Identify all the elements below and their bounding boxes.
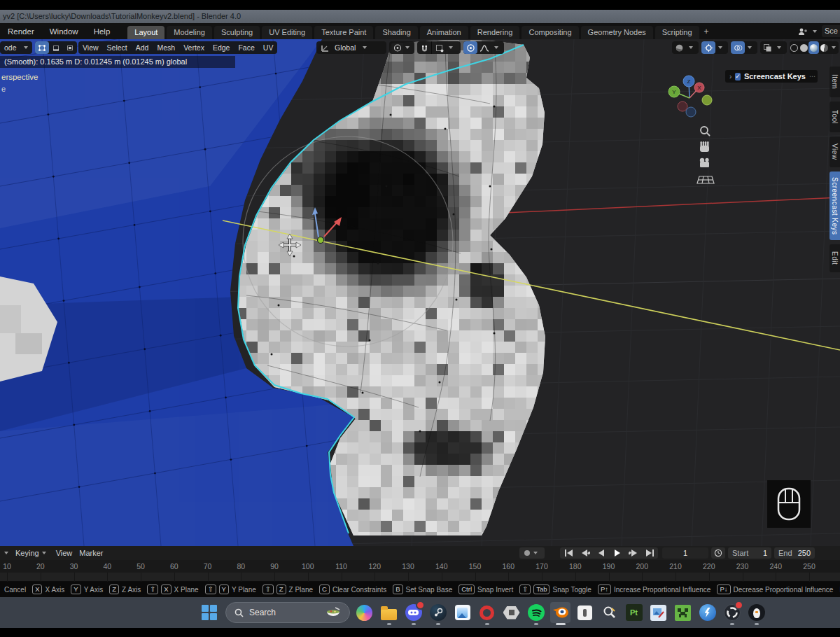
menu-render[interactable]: Render bbox=[0, 27, 42, 36]
workspace-tab[interactable]: Rendering bbox=[470, 26, 520, 39]
taskbar-icon-spotify[interactable] bbox=[526, 602, 546, 623]
current-frame-value: 1 bbox=[683, 549, 687, 557]
keymap-hint: ⇧YY Plane bbox=[205, 584, 256, 594]
viewport-menu-item[interactable]: View bbox=[78, 41, 103, 54]
chevron-down-icon[interactable] bbox=[494, 46, 498, 49]
timeline-menu-marker[interactable]: Marker bbox=[79, 549, 103, 557]
screencast-mouse-indicator bbox=[767, 480, 811, 528]
shading-rendered-button[interactable] bbox=[819, 41, 829, 54]
viewport-menu-item[interactable]: Select bbox=[103, 41, 132, 54]
gizmos-dropdown[interactable] bbox=[701, 41, 728, 54]
frame-start-field[interactable]: Start 1 bbox=[728, 547, 771, 559]
viewport-menu-item[interactable]: Edge bbox=[209, 41, 234, 54]
play-button[interactable] bbox=[609, 547, 625, 559]
taskbar-icon-white-app[interactable] bbox=[575, 602, 595, 623]
xray-dropdown[interactable] bbox=[760, 41, 787, 54]
edge-select-mode-button[interactable] bbox=[49, 41, 63, 54]
menu-window[interactable]: Window bbox=[42, 27, 86, 36]
workspace-tab[interactable]: Sculpting bbox=[214, 26, 260, 39]
workspace-tab[interactable]: Texture Paint bbox=[314, 26, 373, 39]
keymap-hint: XX Axis bbox=[32, 584, 64, 594]
chevron-down-icon bbox=[363, 46, 367, 49]
shading-wireframe-button[interactable] bbox=[790, 41, 799, 54]
pivot-dropdown[interactable] bbox=[389, 41, 414, 54]
workspace-tab[interactable]: UV Editing bbox=[262, 26, 312, 39]
workspace-tab[interactable]: Shading bbox=[375, 26, 417, 39]
viewport-menu-item[interactable]: Vertex bbox=[179, 41, 209, 54]
auto-keying-button[interactable] bbox=[519, 547, 545, 559]
scene-selector[interactable]: Sce bbox=[798, 25, 840, 37]
workspace-tab[interactable]: Scripting bbox=[655, 26, 699, 39]
workspace-tab[interactable]: Layout bbox=[127, 26, 164, 39]
keycap: X bbox=[161, 584, 171, 594]
taskbar-icon-copilot[interactable] bbox=[354, 602, 374, 623]
prev-keyframe-button[interactable] bbox=[577, 547, 593, 559]
jump-to-start-button[interactable] bbox=[561, 547, 577, 559]
chevron-down-icon[interactable] bbox=[832, 46, 836, 49]
start-button[interactable] bbox=[202, 605, 217, 620]
screencast-keys-panel[interactable]: › ✓ Screencast Keys ⋯ bbox=[725, 70, 818, 83]
menu-help[interactable]: Help bbox=[86, 27, 118, 36]
record-icon bbox=[524, 550, 531, 556]
overlays-dropdown[interactable] bbox=[731, 41, 757, 54]
viewport-menu-item[interactable]: Mesh bbox=[153, 41, 179, 54]
viewport-menu-item[interactable]: UV bbox=[259, 41, 278, 54]
editor-type-chevron-icon[interactable] bbox=[4, 552, 8, 554]
proportional-edit-toggle[interactable] bbox=[463, 41, 477, 54]
taskbar-icon-curseforge[interactable] bbox=[501, 602, 522, 623]
shading-material-button[interactable] bbox=[808, 41, 819, 54]
keymap-hint-label: Z Axis bbox=[122, 586, 141, 594]
taskbar-icon-opera[interactable] bbox=[477, 602, 497, 623]
taskbar-icon-blender[interactable] bbox=[550, 602, 570, 623]
next-keyframe-button[interactable] bbox=[625, 547, 641, 559]
face-select-mode-button[interactable] bbox=[63, 41, 77, 54]
workspace-tab[interactable]: Modeling bbox=[167, 26, 212, 39]
taskbar-icon-discord[interactable] bbox=[403, 602, 424, 623]
shading-solid-button[interactable] bbox=[799, 41, 809, 54]
current-frame-field[interactable]: 1 bbox=[662, 547, 708, 559]
snap-toggle-button[interactable] bbox=[417, 41, 431, 54]
ruler-frame-label: 110 bbox=[326, 562, 357, 570]
taskbar-icon-penguin-app[interactable] bbox=[746, 602, 766, 623]
viewport-menu-item[interactable]: Face bbox=[234, 41, 258, 54]
use-preview-range-button[interactable] bbox=[711, 547, 725, 559]
frame-end-field[interactable]: End 250 bbox=[774, 547, 815, 559]
keycap: ⇧ bbox=[519, 584, 531, 594]
taskbar-icon-photos[interactable] bbox=[452, 602, 472, 623]
orientation-dropdown[interactable]: Global bbox=[316, 41, 386, 54]
expand-icon[interactable]: › bbox=[729, 73, 732, 80]
taskbar-icon-obs[interactable] bbox=[722, 602, 742, 623]
workspace-tab[interactable]: Compositing bbox=[522, 26, 578, 39]
viewport-3d[interactable]: ZXY ode ViewSelectAddMeshVertexEdgeFaceU bbox=[0, 39, 840, 546]
screencast-checkbox[interactable]: ✓ bbox=[735, 73, 741, 80]
mode-dropdown[interactable]: ode bbox=[0, 41, 32, 54]
sidebar-tab-tool[interactable]: Tool bbox=[830, 102, 840, 132]
taskbar-icon-substance-painter[interactable]: Pt bbox=[624, 602, 644, 623]
timeline-channel-strip[interactable] bbox=[0, 573, 840, 582]
timeline-menu-view[interactable]: View bbox=[56, 549, 73, 557]
taskbar-icon-image-editor[interactable] bbox=[648, 602, 668, 623]
taskbar-search[interactable]: Search bbox=[225, 602, 350, 623]
taskbar-icon-blue-app[interactable] bbox=[697, 602, 718, 623]
play-reverse-button[interactable] bbox=[593, 547, 609, 559]
sidebar-tab-view[interactable]: View bbox=[830, 136, 840, 167]
timeline-ruler[interactable]: 1020304050607080901001101201301401501601… bbox=[0, 560, 840, 573]
sidebar-tab-item[interactable]: Item bbox=[830, 66, 840, 97]
chevron-down-icon[interactable] bbox=[449, 46, 453, 49]
sidebar-tab-edit[interactable]: Edit bbox=[830, 244, 840, 272]
add-workspace-button[interactable]: + bbox=[699, 27, 714, 36]
workspace-tab[interactable]: Animation bbox=[420, 26, 468, 39]
timeline-menu-keying[interactable]: Keying bbox=[15, 549, 49, 557]
taskbar-icon-search-tool[interactable] bbox=[599, 602, 620, 623]
visibility-dropdown[interactable] bbox=[672, 41, 699, 54]
ruler-frame-label: 230 bbox=[727, 562, 758, 570]
workspace-tab[interactable]: Geometry Nodes bbox=[581, 26, 653, 39]
taskbar-icon-minecraft[interactable] bbox=[673, 602, 693, 623]
taskbar-icon-steam[interactable] bbox=[428, 602, 448, 623]
sidebar-tab-screencast-keys[interactable]: Screencast Keys bbox=[830, 172, 840, 240]
vertex-select-mode-button[interactable] bbox=[35, 41, 49, 54]
keymap-hint: ⇧TabSnap Toggle bbox=[519, 584, 592, 594]
jump-to-end-button[interactable] bbox=[641, 547, 657, 559]
taskbar-icon-file-explorer[interactable] bbox=[379, 602, 399, 623]
viewport-menu-item[interactable]: Add bbox=[132, 41, 153, 54]
